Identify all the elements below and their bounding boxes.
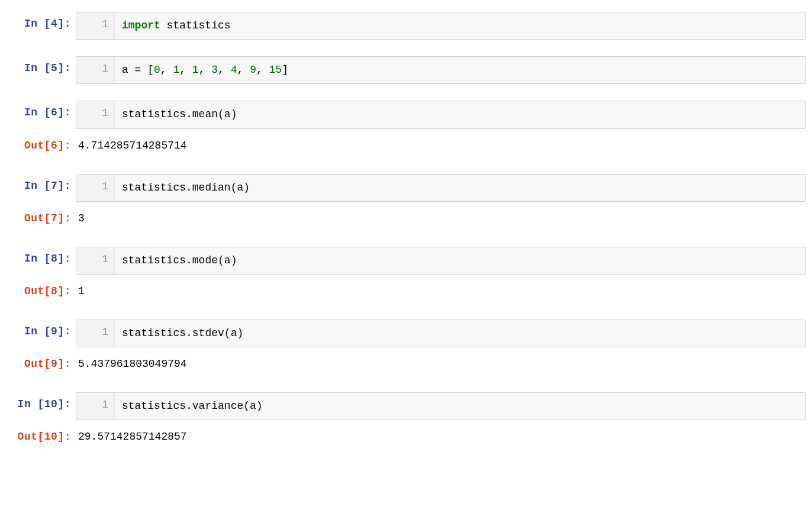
input-prompt: In [7]: [6,174,76,192]
output-content: 4.714285714285714 [76,134,806,157]
output-cell: Out[9]:5.437961803049794 [6,352,806,376]
output-prompt: Out[10]: [6,425,76,443]
code-editor[interactable]: 1statistics.variance(a) [76,392,806,420]
output-prompt: Out[6]: [6,134,76,151]
cell-group: In [7]:1statistics.median(a)Out[7]:3 [6,174,806,230]
output-cell: Out[8]:1 [6,279,806,303]
input-prompt: In [5]: [6,56,76,74]
input-prompt: In [4]: [6,12,76,30]
code-content[interactable]: statistics.mean(a) [115,101,805,128]
output-content: 3 [76,207,806,230]
code-cell[interactable]: In [9]:1statistics.stdev(a) [6,320,806,347]
line-number: 1 [76,247,115,274]
code-cell[interactable]: In [4]:1import statistics [6,12,806,40]
code-editor[interactable]: 1statistics.stdev(a) [76,320,806,347]
line-number: 1 [76,320,115,347]
code-editor[interactable]: 1statistics.mode(a) [76,247,806,275]
cell-group: In [6]:1statistics.mean(a)Out[6]:4.71428… [6,101,806,157]
cell-group: In [5]:1a = [0, 1, 1, 3, 4, 9, 15] [6,56,806,84]
output-content: 29.57142857142857 [76,425,806,449]
output-content: 5.437961803049794 [76,352,806,376]
cell-group: In [9]:1statistics.stdev(a)Out[9]:5.4379… [6,320,806,376]
line-number: 1 [76,393,115,420]
output-cell: Out[10]:29.57142857142857 [6,425,806,449]
code-cell[interactable]: In [5]:1a = [0, 1, 1, 3, 4, 9, 15] [6,56,806,84]
input-prompt: In [10]: [6,392,76,410]
code-cell[interactable]: In [10]:1statistics.variance(a) [6,392,806,420]
line-number: 1 [76,12,115,39]
code-content[interactable]: statistics.mode(a) [115,247,805,274]
code-cell[interactable]: In [7]:1statistics.median(a) [6,174,806,202]
code-cell[interactable]: In [6]:1statistics.mean(a) [6,101,806,128]
code-cell[interactable]: In [8]:1statistics.mode(a) [6,247,806,275]
code-content[interactable]: import statistics [115,12,805,39]
output-prompt: Out[8]: [6,279,76,297]
input-prompt: In [6]: [6,101,76,118]
code-content[interactable]: a = [0, 1, 1, 3, 4, 9, 15] [115,57,805,83]
line-number: 1 [76,57,115,83]
output-prompt: Out[7]: [6,207,76,224]
line-number: 1 [76,101,115,128]
code-editor[interactable]: 1a = [0, 1, 1, 3, 4, 9, 15] [76,56,806,84]
code-content[interactable]: statistics.median(a) [115,175,805,201]
input-prompt: In [8]: [6,247,76,264]
cell-group: In [4]:1import statistics [6,12,806,40]
code-editor[interactable]: 1statistics.median(a) [76,174,806,202]
output-cell: Out[7]:3 [6,207,806,230]
cell-group: In [8]:1statistics.mode(a)Out[8]:1 [6,247,806,303]
output-cell: Out[6]:4.714285714285714 [6,134,806,157]
cell-group: In [10]:1statistics.variance(a)Out[10]:2… [6,392,806,449]
code-content[interactable]: statistics.variance(a) [115,393,805,420]
code-editor[interactable]: 1import statistics [76,12,806,40]
output-content: 1 [76,279,806,303]
code-editor[interactable]: 1statistics.mean(a) [76,101,806,128]
input-prompt: In [9]: [6,320,76,337]
jupyter-notebook: In [4]:1import statisticsIn [5]:1a = [0,… [6,12,806,449]
code-content[interactable]: statistics.stdev(a) [115,320,805,347]
line-number: 1 [76,175,115,201]
output-prompt: Out[9]: [6,352,76,370]
